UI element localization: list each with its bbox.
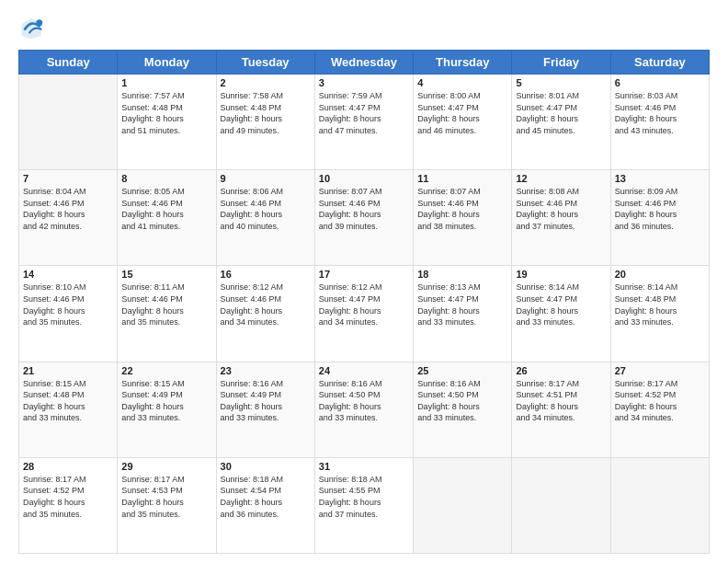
day-info: Sunrise: 8:01 AMSunset: 4:47 PMDaylight:… xyxy=(516,90,606,136)
day-number: 13 xyxy=(615,173,705,184)
page: SundayMondayTuesdayWednesdayThursdayFrid… xyxy=(0,0,728,563)
day-number: 12 xyxy=(516,173,606,184)
day-info: Sunrise: 8:16 AMSunset: 4:49 PMDaylight:… xyxy=(221,378,311,424)
calendar-cell: 14Sunrise: 8:10 AMSunset: 4:46 PMDayligh… xyxy=(19,266,118,362)
header xyxy=(18,15,710,40)
calendar-header-saturday: Saturday xyxy=(610,51,709,75)
day-number: 11 xyxy=(417,173,507,184)
day-info: Sunrise: 8:12 AMSunset: 4:46 PMDaylight:… xyxy=(221,282,311,327)
day-number: 4 xyxy=(417,77,507,88)
calendar-table: SundayMondayTuesdayWednesdayThursdayFrid… xyxy=(18,50,710,554)
day-number: 29 xyxy=(121,461,211,472)
calendar-cell: 28Sunrise: 8:17 AMSunset: 4:52 PMDayligh… xyxy=(19,457,118,553)
day-info: Sunrise: 8:07 AMSunset: 4:46 PMDaylight:… xyxy=(319,186,409,232)
day-info: Sunrise: 8:09 AMSunset: 4:46 PMDaylight:… xyxy=(615,186,705,232)
calendar-cell: 3Sunrise: 7:59 AMSunset: 4:47 PMDaylight… xyxy=(314,75,413,170)
day-number: 14 xyxy=(23,269,113,280)
calendar-week-row: 14Sunrise: 8:10 AMSunset: 4:46 PMDayligh… xyxy=(19,266,710,362)
day-number: 5 xyxy=(516,77,606,88)
day-info: Sunrise: 8:11 AMSunset: 4:46 PMDaylight:… xyxy=(121,282,211,327)
calendar-cell: 26Sunrise: 8:17 AMSunset: 4:51 PMDayligh… xyxy=(512,362,610,457)
day-info: Sunrise: 8:13 AMSunset: 4:47 PMDaylight:… xyxy=(417,282,507,327)
calendar-cell xyxy=(512,457,610,553)
calendar-cell xyxy=(19,75,118,170)
calendar-week-row: 21Sunrise: 8:15 AMSunset: 4:48 PMDayligh… xyxy=(19,362,710,457)
calendar-cell: 16Sunrise: 8:12 AMSunset: 4:46 PMDayligh… xyxy=(216,266,314,362)
calendar-cell: 13Sunrise: 8:09 AMSunset: 4:46 PMDayligh… xyxy=(610,170,709,266)
day-number: 27 xyxy=(615,365,705,376)
day-info: Sunrise: 8:10 AMSunset: 4:46 PMDaylight:… xyxy=(23,282,113,327)
calendar-cell: 10Sunrise: 8:07 AMSunset: 4:46 PMDayligh… xyxy=(314,170,413,266)
svg-point-1 xyxy=(36,19,42,26)
day-number: 2 xyxy=(221,77,311,88)
calendar-cell xyxy=(414,457,512,553)
day-info: Sunrise: 8:17 AMSunset: 4:53 PMDaylight:… xyxy=(121,474,211,520)
calendar-header-friday: Friday xyxy=(512,51,610,75)
calendar-week-row: 28Sunrise: 8:17 AMSunset: 4:52 PMDayligh… xyxy=(19,457,710,553)
calendar-cell: 22Sunrise: 8:15 AMSunset: 4:49 PMDayligh… xyxy=(118,362,216,457)
day-number: 1 xyxy=(121,77,211,88)
calendar-cell: 20Sunrise: 8:14 AMSunset: 4:48 PMDayligh… xyxy=(610,266,709,362)
day-number: 8 xyxy=(121,173,211,184)
calendar-cell: 30Sunrise: 8:18 AMSunset: 4:54 PMDayligh… xyxy=(216,457,314,553)
day-info: Sunrise: 8:18 AMSunset: 4:55 PMDaylight:… xyxy=(319,474,409,520)
logo xyxy=(18,15,48,40)
day-number: 7 xyxy=(23,173,113,184)
calendar-cell: 17Sunrise: 8:12 AMSunset: 4:47 PMDayligh… xyxy=(314,266,413,362)
calendar-week-row: 7Sunrise: 8:04 AMSunset: 4:46 PMDaylight… xyxy=(19,170,710,266)
day-info: Sunrise: 8:06 AMSunset: 4:46 PMDaylight:… xyxy=(221,186,311,232)
day-number: 6 xyxy=(615,77,705,88)
calendar-cell: 5Sunrise: 8:01 AMSunset: 4:47 PMDaylight… xyxy=(512,75,610,170)
calendar-cell: 24Sunrise: 8:16 AMSunset: 4:50 PMDayligh… xyxy=(314,362,413,457)
day-info: Sunrise: 8:15 AMSunset: 4:48 PMDaylight:… xyxy=(23,378,113,424)
day-info: Sunrise: 8:04 AMSunset: 4:46 PMDaylight:… xyxy=(23,186,113,232)
day-info: Sunrise: 8:05 AMSunset: 4:46 PMDaylight:… xyxy=(121,186,211,232)
day-number: 16 xyxy=(221,269,311,280)
calendar-cell: 19Sunrise: 8:14 AMSunset: 4:47 PMDayligh… xyxy=(512,266,610,362)
day-number: 9 xyxy=(221,173,311,184)
calendar-cell xyxy=(610,457,709,553)
day-info: Sunrise: 8:18 AMSunset: 4:54 PMDaylight:… xyxy=(221,474,311,520)
day-number: 19 xyxy=(516,269,606,280)
calendar-cell: 11Sunrise: 8:07 AMSunset: 4:46 PMDayligh… xyxy=(414,170,512,266)
day-number: 18 xyxy=(417,269,507,280)
calendar-cell: 31Sunrise: 8:18 AMSunset: 4:55 PMDayligh… xyxy=(314,457,413,553)
calendar-cell: 7Sunrise: 8:04 AMSunset: 4:46 PMDaylight… xyxy=(19,170,118,266)
day-number: 17 xyxy=(319,269,409,280)
day-info: Sunrise: 8:12 AMSunset: 4:47 PMDaylight:… xyxy=(319,282,409,327)
day-info: Sunrise: 8:17 AMSunset: 4:52 PMDaylight:… xyxy=(615,378,705,424)
calendar-cell: 25Sunrise: 8:16 AMSunset: 4:50 PMDayligh… xyxy=(414,362,512,457)
day-info: Sunrise: 7:57 AMSunset: 4:48 PMDaylight:… xyxy=(121,90,211,136)
day-info: Sunrise: 8:17 AMSunset: 4:52 PMDaylight:… xyxy=(23,474,113,520)
calendar-header-monday: Monday xyxy=(118,51,216,75)
day-number: 30 xyxy=(221,461,311,472)
day-info: Sunrise: 8:16 AMSunset: 4:50 PMDaylight:… xyxy=(417,378,507,424)
day-info: Sunrise: 8:14 AMSunset: 4:48 PMDaylight:… xyxy=(615,282,705,327)
calendar-week-row: 1Sunrise: 7:57 AMSunset: 4:48 PMDaylight… xyxy=(19,75,710,170)
day-number: 24 xyxy=(319,365,409,376)
calendar-cell: 4Sunrise: 8:00 AMSunset: 4:47 PMDaylight… xyxy=(414,75,512,170)
day-number: 20 xyxy=(615,269,705,280)
logo-icon xyxy=(18,15,44,40)
calendar-header-row: SundayMondayTuesdayWednesdayThursdayFrid… xyxy=(19,51,710,75)
calendar-cell: 23Sunrise: 8:16 AMSunset: 4:49 PMDayligh… xyxy=(216,362,314,457)
day-number: 31 xyxy=(319,461,409,472)
day-info: Sunrise: 8:07 AMSunset: 4:46 PMDaylight:… xyxy=(417,186,507,232)
day-info: Sunrise: 7:58 AMSunset: 4:48 PMDaylight:… xyxy=(221,90,311,136)
day-info: Sunrise: 8:03 AMSunset: 4:46 PMDaylight:… xyxy=(615,90,705,136)
calendar-cell: 29Sunrise: 8:17 AMSunset: 4:53 PMDayligh… xyxy=(118,457,216,553)
day-number: 28 xyxy=(23,461,113,472)
calendar-cell: 18Sunrise: 8:13 AMSunset: 4:47 PMDayligh… xyxy=(414,266,512,362)
calendar-cell: 21Sunrise: 8:15 AMSunset: 4:48 PMDayligh… xyxy=(19,362,118,457)
day-number: 23 xyxy=(221,365,311,376)
calendar-header-tuesday: Tuesday xyxy=(216,51,314,75)
calendar-cell: 1Sunrise: 7:57 AMSunset: 4:48 PMDaylight… xyxy=(118,75,216,170)
day-number: 21 xyxy=(23,365,113,376)
calendar-header-wednesday: Wednesday xyxy=(314,51,413,75)
calendar-cell: 2Sunrise: 7:58 AMSunset: 4:48 PMDaylight… xyxy=(216,75,314,170)
day-number: 15 xyxy=(121,269,211,280)
day-info: Sunrise: 8:15 AMSunset: 4:49 PMDaylight:… xyxy=(121,378,211,424)
calendar-cell: 6Sunrise: 8:03 AMSunset: 4:46 PMDaylight… xyxy=(610,75,709,170)
day-number: 3 xyxy=(319,77,409,88)
day-number: 25 xyxy=(417,365,507,376)
